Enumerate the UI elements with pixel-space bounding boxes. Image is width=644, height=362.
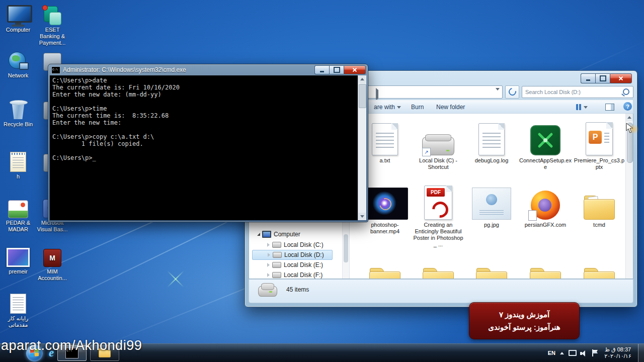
- search-icon: [623, 88, 629, 95]
- search-box[interactable]: [522, 86, 633, 98]
- scrollbar-thumb[interactable]: [359, 84, 366, 108]
- cmd-close-button[interactable]: [344, 65, 366, 74]
- help-button[interactable]: ?: [623, 102, 632, 111]
- file-item[interactable]: debugLog.log: [465, 120, 518, 164]
- expander-icon[interactable]: [257, 233, 260, 236]
- system-tray: EN 08:37 ق ظ ۲۰۲۰/۱۰/۱۶: [548, 344, 644, 362]
- share-with-button[interactable]: are with: [372, 103, 403, 112]
- cmd-body: C:\Users\p>date The current date is: Fri…: [50, 75, 366, 220]
- cmd-scrollbar[interactable]: [358, 75, 366, 220]
- desktop-icon-recycle-bin[interactable]: Recycle Bin: [1, 98, 35, 128]
- expander-icon[interactable]: [268, 253, 270, 257]
- file-item[interactable]: pg.jpg: [465, 185, 518, 228]
- scrollbar-thumb[interactable]: [627, 123, 633, 163]
- expander-icon[interactable]: [267, 273, 270, 277]
- desktop-icon-eset[interactable]: ESET Banking & Payment...: [35, 3, 69, 46]
- file-item[interactable]: [519, 257, 572, 279]
- file-name: Premiere_Pro_cs3.pptx: [573, 157, 625, 170]
- desktop-icon-premeir[interactable]: premeir: [1, 245, 35, 275]
- explorer-scrollbar[interactable]: [625, 114, 633, 279]
- notepad-icon: [10, 152, 26, 172]
- desktop-icon-label: رایانه کار مقدماتی: [1, 315, 35, 328]
- clock[interactable]: 08:37 ق ظ ۲۰۲۰/۱۰/۱۶: [602, 346, 633, 359]
- views-icon: [576, 104, 582, 110]
- computer-icon: [7, 5, 29, 25]
- file-name: Creating an Enticingly Beautiful Poster …: [412, 222, 464, 248]
- expander-icon[interactable]: [267, 243, 270, 247]
- file-item[interactable]: tcmd: [573, 185, 625, 228]
- explorer-maximize-button[interactable]: [595, 73, 610, 83]
- desktop-icon-label: h: [1, 173, 35, 180]
- file-name: debugLog.log: [465, 157, 518, 164]
- hidden-icons-button[interactable]: [560, 352, 564, 354]
- app-icon: [8, 200, 28, 218]
- burn-button[interactable]: Burn: [409, 103, 426, 112]
- file-item[interactable]: ↗ Local Disk (C) - Shortcut: [412, 120, 464, 170]
- preview-pane-button[interactable]: [605, 103, 614, 112]
- preview-pane-icon: [605, 104, 614, 111]
- recycle-bin-icon: [10, 99, 27, 120]
- drive-icon: [272, 262, 281, 268]
- scroll-up-icon[interactable]: [626, 114, 633, 121]
- file-item[interactable]: [412, 257, 464, 279]
- network-icon[interactable]: [569, 350, 576, 356]
- sidebar-item-drive-f[interactable]: Local Disk (F:): [252, 270, 333, 279]
- scroll-down-icon[interactable]: [358, 213, 366, 220]
- connectapp-icon: [530, 125, 560, 155]
- cmd-window[interactable]: C:\ Administrator: C:\Windows\system32\c…: [48, 64, 368, 222]
- file-item[interactable]: persianGFX.com: [519, 185, 572, 228]
- desktop-icon-pedar-madar[interactable]: PEDAR & MADAR: [1, 196, 35, 233]
- new-folder-button[interactable]: New folder: [434, 103, 467, 112]
- drive-icon: [272, 272, 281, 278]
- desktop-icon-h[interactable]: h: [1, 150, 35, 180]
- cmd-titlebar[interactable]: C:\ Administrator: C:\Windows\system32\c…: [48, 64, 368, 75]
- desktop-icon-computer[interactable]: Computer: [1, 3, 35, 33]
- item-count: 45 items: [286, 286, 309, 293]
- cmd-maximize-button[interactable]: [329, 65, 344, 74]
- sidebar-item-drive-e[interactable]: Local Disk (E:): [252, 260, 333, 270]
- desktop: Computer Network Recycle Bin h PEDAR & M…: [0, 0, 644, 362]
- clock-time: 08:37 ق ظ: [602, 346, 633, 353]
- cmd-title: Administrator: C:\Windows\system32\cmd.e…: [63, 66, 186, 73]
- desktop-icon-label: Computer: [1, 27, 35, 33]
- volume-icon[interactable]: [580, 350, 587, 356]
- cmd-minimize-button[interactable]: [314, 65, 329, 74]
- desktop-icon-rayaneh[interactable]: رایانه کار مقدماتی: [1, 292, 35, 328]
- breadcrumb-chevron-icon[interactable]: [376, 90, 378, 99]
- banner-line1: آموزش ویندوز ۷: [499, 310, 549, 319]
- desktop-icon-network[interactable]: Network: [1, 49, 35, 79]
- console-output[interactable]: C:\Users\p>date The current date is: Fri…: [50, 75, 358, 220]
- tutorial-banner: آموزش ویندوز ۷ هنرآموز: پرستو آخوندی: [469, 302, 580, 339]
- network-icon: [8, 51, 29, 71]
- status-bar: 45 items: [249, 279, 633, 303]
- scroll-up-icon[interactable]: [358, 75, 366, 83]
- sidebar-item-drive-d[interactable]: Local Disk (D:): [252, 250, 333, 260]
- refresh-icon: [507, 86, 518, 97]
- language-indicator[interactable]: EN: [548, 350, 555, 356]
- explorer-minimize-button[interactable]: [581, 73, 595, 83]
- desktop-icon-label: premeir: [1, 268, 35, 275]
- address-dropdown-icon[interactable]: [496, 90, 500, 100]
- expander-icon[interactable]: [267, 263, 270, 267]
- action-center-icon[interactable]: [592, 349, 598, 356]
- file-item[interactable]: ConnectAppSetup.exe: [519, 120, 572, 170]
- computer-icon: [262, 231, 271, 238]
- banner-line2: هنرآموز: پرستو آخوندی: [488, 323, 560, 332]
- show-desktop-button[interactable]: [638, 344, 644, 362]
- file-item[interactable]: P Premiere_Pro_cs3.pptx: [573, 120, 625, 170]
- drive-shortcut-icon: ↗: [422, 134, 454, 155]
- sidebar-item-computer[interactable]: Computer: [252, 229, 333, 239]
- views-button[interactable]: [576, 103, 588, 112]
- file-item[interactable]: [359, 257, 411, 279]
- explorer-close-button[interactable]: [610, 73, 632, 83]
- file-item[interactable]: [465, 257, 518, 279]
- file-item[interactable]: PDF Creating an Enticingly Beautiful Pos…: [412, 185, 464, 248]
- file-name: ConnectAppSetup.exe: [519, 157, 572, 170]
- refresh-button[interactable]: [505, 85, 519, 99]
- search-input[interactable]: [522, 86, 633, 98]
- file-item[interactable]: [573, 257, 625, 279]
- desktop-icon-label: Recycle Bin: [1, 121, 35, 128]
- desktop-icon-mim[interactable]: M MIM Accountin...: [35, 245, 69, 282]
- document-icon: [10, 294, 26, 314]
- sidebar-item-drive-c[interactable]: Local Disk (C:): [252, 240, 333, 250]
